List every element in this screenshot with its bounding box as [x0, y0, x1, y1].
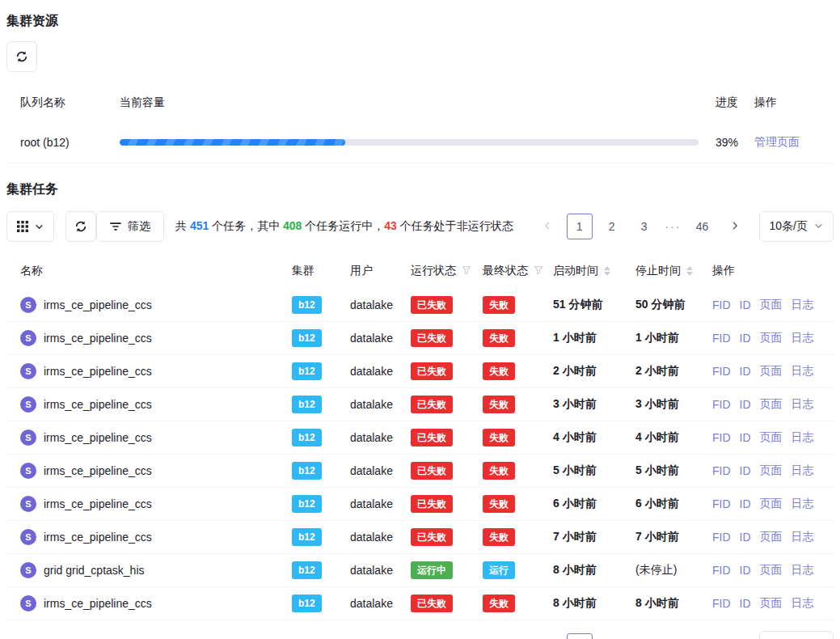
op-link-id[interactable]: ID — [740, 298, 751, 311]
summary-text: 个任务，其中 — [209, 219, 283, 232]
page-size-select[interactable]: 10条/页 — [759, 631, 834, 639]
op-link-log[interactable]: 日志 — [791, 430, 814, 445]
op-link-id[interactable]: ID — [740, 332, 751, 345]
task-name: irms_ce_pipeline_ccs — [44, 597, 152, 610]
table-row: S irms_ce_pipeline_ccs b12 datalake 已失败 … — [6, 289, 834, 322]
pagination-page-1[interactable]: 1 — [567, 214, 593, 239]
op-link-log[interactable]: 日志 — [791, 364, 814, 379]
filter-lines-icon — [110, 221, 121, 232]
view-layout-dropdown-button[interactable] — [6, 211, 54, 242]
op-link-log[interactable]: 日志 — [791, 331, 814, 345]
resources-table-row: root (b12) 39% 管理页面 — [6, 122, 834, 163]
capacity-progress-bar — [120, 139, 699, 146]
stop-time: (未停止) — [635, 563, 677, 578]
task-name: irms_ce_pipeline_ccs — [44, 365, 152, 378]
sort-icon[interactable] — [604, 266, 610, 276]
op-link-id[interactable]: ID — [740, 464, 751, 477]
tasks-refresh-button[interactable] — [65, 211, 96, 242]
op-link-log[interactable]: 日志 — [791, 596, 814, 611]
op-link-log[interactable]: 日志 — [791, 530, 814, 544]
resources-refresh-button[interactable] — [6, 41, 37, 72]
header-stop-time: 停止时间 — [635, 264, 712, 278]
page-size-select[interactable]: 10条/页 — [759, 211, 834, 242]
pagination-prev-button[interactable] — [534, 214, 560, 239]
pagination-ellipsis[interactable]: ··· — [665, 220, 682, 233]
task-user: datalake — [350, 531, 393, 544]
op-link-page[interactable]: 页面 — [760, 563, 783, 578]
op-link-page[interactable]: 页面 — [760, 298, 783, 312]
filter-funnel-icon[interactable] — [462, 264, 471, 277]
op-link-fid[interactable]: FID — [712, 365, 731, 378]
op-link-fid[interactable]: FID — [712, 597, 731, 610]
filter-funnel-icon[interactable] — [534, 264, 543, 277]
spark-avatar-icon: S — [20, 496, 36, 512]
sort-icon[interactable] — [686, 266, 693, 276]
pagination-prev-button[interactable] — [534, 633, 560, 639]
pagination-next-button[interactable] — [722, 214, 748, 239]
bottom-bar: 123···4610条/页 — [6, 631, 834, 639]
spark-avatar-icon: S — [20, 562, 36, 578]
run-status-badge: 运行中 — [411, 561, 453, 579]
pagination-page-3[interactable]: 3 — [631, 633, 657, 639]
chevron-down-icon — [35, 222, 44, 231]
op-link-id[interactable]: ID — [740, 564, 751, 577]
task-user: datalake — [350, 398, 393, 411]
op-link-page[interactable]: 页面 — [760, 397, 783, 412]
run-status-badge: 已失败 — [411, 329, 453, 347]
start-time: 1 小时前 — [553, 331, 597, 345]
cluster-resources-title: 集群资源 — [6, 13, 834, 30]
op-link-fid[interactable]: FID — [712, 431, 731, 444]
final-status-badge: 失败 — [483, 396, 515, 413]
op-link-fid[interactable]: FID — [712, 464, 731, 477]
op-link-id[interactable]: ID — [740, 398, 751, 411]
task-user: datalake — [350, 597, 393, 610]
op-link-log[interactable]: 日志 — [791, 463, 814, 478]
op-link-page[interactable]: 页面 — [760, 497, 783, 511]
op-link-id[interactable]: ID — [740, 531, 751, 544]
op-link-page[interactable]: 页面 — [760, 530, 783, 544]
op-link-page[interactable]: 页面 — [760, 364, 783, 379]
chevron-right-icon — [730, 220, 740, 233]
action-cell: 管理页面 — [754, 135, 834, 150]
table-row: S irms_ce_pipeline_ccs b12 datalake 已失败 … — [6, 521, 834, 554]
op-link-fid[interactable]: FID — [712, 398, 731, 411]
filter-button[interactable]: 筛选 — [96, 211, 164, 242]
pagination-page-2[interactable]: 2 — [599, 633, 625, 639]
op-link-log[interactable]: 日志 — [791, 497, 814, 511]
task-name: irms_ce_pipeline_ccs — [44, 531, 152, 544]
task-user: datalake — [350, 497, 393, 510]
op-link-id[interactable]: ID — [740, 497, 751, 510]
pagination-page-3[interactable]: 3 — [631, 214, 657, 239]
op-link-page[interactable]: 页面 — [760, 430, 783, 445]
op-link-fid[interactable]: FID — [712, 531, 731, 544]
op-link-fid[interactable]: FID — [712, 298, 731, 311]
capacity-cell — [120, 139, 715, 146]
op-link-page[interactable]: 页面 — [760, 596, 783, 611]
spark-avatar-icon: S — [20, 595, 36, 611]
run-status-badge: 已失败 — [411, 595, 453, 612]
spark-avatar-icon: S — [20, 463, 36, 479]
manage-page-link[interactable]: 管理页面 — [754, 135, 800, 148]
op-link-fid[interactable]: FID — [712, 564, 731, 577]
final-status-badge: 失败 — [483, 462, 515, 480]
op-link-log[interactable]: 日志 — [791, 563, 814, 578]
op-link-log[interactable]: 日志 — [791, 298, 814, 312]
spark-avatar-icon: S — [20, 529, 36, 545]
run-status-badge: 已失败 — [411, 462, 453, 480]
op-link-page[interactable]: 页面 — [760, 331, 783, 345]
pagination-page-1[interactable]: 1 — [567, 633, 593, 639]
op-link-id[interactable]: ID — [740, 431, 751, 444]
op-link-id[interactable]: ID — [740, 597, 751, 610]
stop-time: 8 小时前 — [635, 596, 679, 611]
op-link-id[interactable]: ID — [740, 365, 751, 378]
page-size-label: 10条/页 — [770, 219, 808, 234]
op-link-log[interactable]: 日志 — [791, 397, 814, 412]
pagination-page-46[interactable]: 46 — [690, 633, 715, 639]
op-link-fid[interactable]: FID — [712, 332, 731, 345]
pagination-page-46[interactable]: 46 — [690, 214, 715, 239]
pagination-page-2[interactable]: 2 — [599, 214, 625, 239]
pagination-next-button[interactable] — [722, 633, 748, 639]
op-link-page[interactable]: 页面 — [760, 463, 783, 478]
stop-time: 3 小时前 — [635, 397, 679, 412]
op-link-fid[interactable]: FID — [712, 497, 731, 510]
